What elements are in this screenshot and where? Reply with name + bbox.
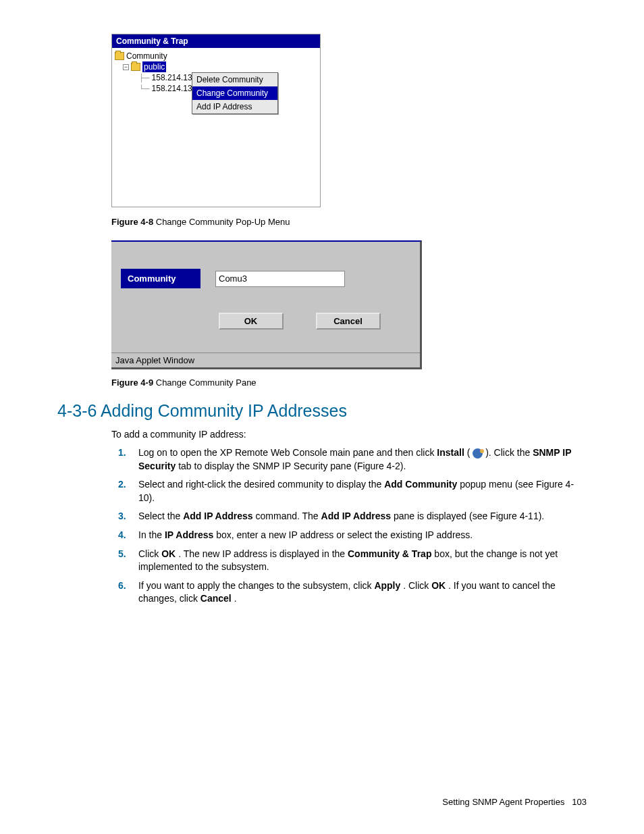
figure-49-text: Change Community Pane (153, 377, 256, 388)
apply-bold: Apply (374, 580, 400, 591)
panel-body: Community − public ├─ 158.214.133.1 └─ 1… (112, 48, 320, 207)
step-2: Select and right-click the desired commu… (138, 478, 587, 504)
step-text: Select the (138, 511, 183, 521)
step-text: box, enter a new IP address or select th… (216, 529, 473, 540)
collapse-icon[interactable]: − (123, 64, 129, 70)
footer-title: Setting SNMP Agent Properties (442, 797, 564, 807)
step-text: command. The (256, 511, 321, 521)
step-text: Select and right-click the desired commu… (138, 479, 384, 490)
step-4: In the IP Address box, enter a new IP ad… (138, 529, 587, 542)
steps-list: Log on to open the XP Remote Web Console… (111, 446, 587, 606)
step-text: pane is displayed (see Figure 4-11). (394, 511, 544, 521)
community-input[interactable] (215, 271, 345, 287)
install-icon (473, 448, 483, 459)
ip-address-bold: IP Address (165, 529, 213, 540)
step-text: Click (138, 548, 161, 559)
step-text: ( (467, 447, 473, 458)
tree-line-icon: ├─ (139, 72, 150, 83)
step-text: If you want to apply the changes to the … (138, 580, 374, 591)
tree-line-icon: └─ (139, 83, 150, 94)
menu-change-community[interactable]: Change Community (192, 86, 277, 100)
cancel-bold: Cancel (200, 593, 232, 604)
page-footer: Setting SNMP Agent Properties 103 (442, 797, 587, 807)
step-text: . Click (403, 580, 431, 591)
install-bold: Install (437, 447, 464, 458)
figure-49-caption: Figure 4-9 Change Community Pane (111, 377, 587, 388)
footer-page: 103 (572, 797, 587, 807)
step-3: Select the Add IP Address command. The A… (138, 510, 587, 523)
step-text: . (234, 593, 237, 604)
menu-add-ip-address[interactable]: Add IP Address (192, 100, 277, 113)
figure-48-label: Figure 4-8 (111, 217, 153, 227)
folder-icon (131, 63, 140, 71)
cancel-button[interactable]: Cancel (316, 313, 381, 330)
figure-49-label: Figure 4-9 (111, 377, 153, 388)
ok-bold: OK (431, 580, 446, 591)
add-ip-bold: Add IP Address (183, 511, 252, 521)
ok-bold: OK (161, 548, 176, 559)
section-heading: 4-3-6 Adding Community IP Addresses (57, 401, 587, 421)
community-trap-panel: Community & Trap Community − public ├─ 1… (111, 34, 321, 207)
section-intro: To add a community IP address: (111, 429, 587, 440)
figure-48-text: Change Community Pop-Up Menu (153, 217, 290, 227)
step-1: Log on to open the XP Remote Web Console… (138, 446, 587, 473)
step-text: ). Click the (485, 447, 533, 458)
ok-button[interactable]: OK (219, 313, 284, 330)
panel-title: Community & Trap (112, 34, 320, 48)
add-community-bold: Add Community (384, 479, 457, 490)
context-menu: Delete Community Change Community Add IP… (192, 72, 278, 114)
tree-root-label: Community (126, 51, 167, 61)
step-text: In the (138, 529, 165, 540)
step-text: . The new IP address is displayed in the (178, 548, 348, 559)
change-community-dialog: Community OK Cancel Java Applet Window (111, 240, 422, 369)
community-trap-bold: Community & Trap (348, 548, 431, 559)
menu-delete-community[interactable]: Delete Community (192, 73, 277, 86)
tree-public-label: public (142, 61, 166, 72)
step-6: If you want to apply the changes to the … (138, 579, 587, 606)
step-text: tab to display the SNMP IP Security pane… (178, 461, 406, 471)
folder-icon (115, 52, 124, 60)
step-5: Click OK . The new IP address is display… (138, 548, 587, 574)
community-field-label: Community (121, 269, 200, 288)
java-applet-status: Java Applet Window (111, 353, 420, 367)
tree-item-public[interactable]: − public (123, 61, 317, 72)
step-text: Log on to open the XP Remote Web Console… (138, 447, 437, 458)
figure-48-caption: Figure 4-8 Change Community Pop-Up Menu (111, 217, 587, 227)
tree-root[interactable]: Community (115, 51, 317, 61)
add-ip-bold: Add IP Address (321, 511, 391, 521)
